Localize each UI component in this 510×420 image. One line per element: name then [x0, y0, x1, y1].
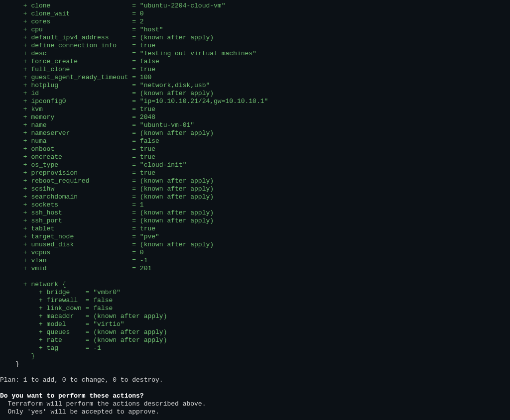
attribute-row: + ssh_port = (known after apply) [0, 217, 510, 225]
attribute-row: + default_ipv4_address = (known after ap… [0, 34, 510, 42]
attribute-row: + ipconfig0 = "ip=10.10.10.21/24,gw=10.1… [0, 98, 510, 105]
attribute-row: + full_clone = true [0, 66, 510, 74]
attribute-row: + guest_agent_ready_timeout = 100 [0, 74, 510, 82]
attribute-row: + kvm = true [0, 105, 510, 113]
attribute-row: + clone_wait = 0 [0, 10, 510, 18]
attribute-row: + name = "ubuntu-vm-01" [0, 121, 510, 129]
attribute-row: + onboot = true [0, 145, 510, 153]
confirm-header: Do you want to perform these actions? [0, 392, 510, 400]
attribute-row: + force_create = false [0, 58, 510, 66]
attribute-row: + numa = false [0, 137, 510, 145]
attribute-row: + searchdomain = (known after apply) [0, 193, 510, 201]
blank-line [0, 368, 510, 376]
attribute-row: + cpu = "host" [0, 26, 510, 34]
confirm-line2: Only 'yes' will be accepted to approve. [0, 408, 510, 416]
attribute-row: + scsihw = (known after apply) [0, 185, 510, 193]
network-attribute-row: + bridge = "vmbr0" [0, 289, 510, 297]
attribute-row: + ssh_host = (known after apply) [0, 209, 510, 217]
attribute-row: + define_connection_info = true [0, 42, 510, 50]
plan-line: Plan: 1 to add, 0 to change, 0 to destro… [0, 376, 510, 384]
blank-line [0, 384, 510, 392]
confirm-line1: Terraform will perform the actions descr… [0, 400, 510, 408]
attribute-list: + clone = "ubuntu-2204-cloud-vm" + clone… [0, 2, 510, 273]
attribute-row: + vlan = -1 [0, 257, 510, 265]
blank-line [0, 273, 510, 281]
attribute-row: + id = (known after apply) [0, 90, 510, 98]
terminal-output: + clone = "ubuntu-2204-cloud-vm" + clone… [0, 2, 510, 420]
network-attribute-row: + link_down = false [0, 305, 510, 313]
network-attribute-row: + rate = (known after apply) [0, 336, 510, 344]
network-attribute-list: + bridge = "vmbr0" + firewall = false + … [0, 289, 510, 352]
resource-close: } [0, 360, 510, 368]
attribute-row: + unused_disk = (known after apply) [0, 241, 510, 249]
attribute-row: + nameserver = (known after apply) [0, 129, 510, 137]
network-block-open: + network { [0, 281, 510, 289]
attribute-row: + oncreate = true [0, 153, 510, 161]
attribute-row: + vcpus = 0 [0, 249, 510, 257]
attribute-row: + cores = 2 [0, 18, 510, 26]
network-attribute-row: + model = "virtio" [0, 320, 510, 328]
attribute-row: + desc = "Testing out virtual machines" [0, 50, 510, 58]
attribute-row: + tablet = true [0, 225, 510, 233]
attribute-row: + memory = 2048 [0, 113, 510, 121]
blank-line [0, 416, 510, 420]
network-attribute-row: + firewall = false [0, 297, 510, 305]
network-attribute-row: + macaddr = (known after apply) [0, 313, 510, 320]
attribute-row: + vmid = 201 [0, 265, 510, 273]
network-attribute-row: + queues = (known after apply) [0, 328, 510, 336]
network-block-close: } [0, 352, 510, 360]
attribute-row: + target_node = "pve" [0, 233, 510, 241]
attribute-row: + os_type = "cloud-init" [0, 161, 510, 169]
attribute-row: + clone = "ubuntu-2204-cloud-vm" [0, 2, 510, 10]
network-attribute-row: + tag = -1 [0, 344, 510, 352]
attribute-row: + reboot_required = (known after apply) [0, 177, 510, 185]
attribute-row: + hotplug = "network,disk,usb" [0, 82, 510, 90]
attribute-row: + sockets = 1 [0, 201, 510, 209]
attribute-row: + preprovision = true [0, 169, 510, 177]
